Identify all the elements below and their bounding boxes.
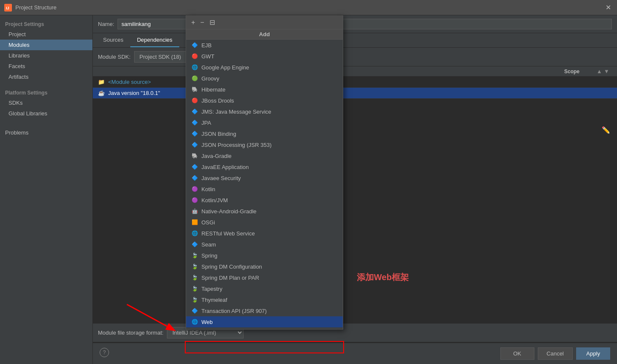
scroll-up-button[interactable]: ▲ [597,68,602,75]
dropdown-item-gwt[interactable]: 🔴GWT [186,51,343,62]
gae-icon: 🌐 [191,64,198,71]
dropdown-item-android[interactable]: 🤖Native-Android-Gradle [186,206,343,217]
json-icon: 🔷 [191,130,198,137]
groovy-icon: 🟢 [191,75,198,82]
hibernate-icon: 🐘 [191,86,198,93]
dropdown-item-groovy[interactable]: 🟢Groovy [186,73,343,84]
chinese-annotation: 添加Web框架 [357,272,409,283]
web-icon: 🌐 [191,318,198,325]
scope-header: Scope [564,69,580,75]
sidebar-bottom: Problems [0,127,92,138]
dropdown-item-kotlin2[interactable]: 🟣Kotlin/JVM [186,195,343,206]
jboss-icon: 🔴 [191,97,198,104]
sidebar-item-sdks[interactable]: SDKs [0,97,92,108]
dropdown-item-javaee[interactable]: 🔷JavaEE Application [186,161,343,172]
spring3-icon: 🍃 [191,274,198,281]
sidebar-item-problems[interactable]: Problems [0,127,92,138]
dropdown-item-label-10: Java-Gradle [201,153,232,159]
sidebar-item-libraries[interactable]: Libraries [0,50,92,61]
dropdown-item-spring2[interactable]: 🍃Spring DM Configuration [186,261,343,272]
dropdown-item-tapestry[interactable]: 🍃Tapestry [186,283,343,294]
dropdown-item-label-4: Hibernate [201,86,225,93]
window-title: Project Structure [15,4,604,11]
dropdown-item-security[interactable]: 🔷Javaee Security [186,172,343,183]
dropdown-item-osgi[interactable]: 🟧OSGi [186,217,343,228]
sdk-label: Module SDK: [98,54,131,60]
close-button[interactable]: ✕ [604,3,613,11]
javaee-icon: 🔷 [191,163,198,170]
dropdown-item-label-16: OSGi [201,219,215,226]
dropdown-item-spring[interactable]: 🍃Spring [186,250,343,261]
dropdown-item-label-15: Native-Android-Gradle [201,208,256,215]
transaction-icon: 🔷 [191,307,198,314]
gwt-icon: 🔴 [191,53,198,60]
dropdown-item-label-5: JBoss Drools [201,97,234,104]
thymeleaf-icon: 🍃 [191,296,198,303]
dropdown-item-ejb[interactable]: 🔷EJB [186,40,343,51]
dropdown-item-jboss[interactable]: 🔴JBoss Drools [186,95,343,106]
dropdown-item-label-8: JSON Binding [201,131,236,137]
dropdown-item-label-3: Groovy [201,75,219,82]
dropdown-item-label-19: Spring [201,252,218,259]
help-button[interactable]: ? [100,348,109,357]
kotlin-icon: 🟣 [191,186,198,192]
dropdown-item-json2[interactable]: 🔷JSON Processing (JSR 353) [186,139,343,150]
dropdown-item-web[interactable]: 🌐Web [186,316,343,327]
storage-label: Module file storage format: [98,330,164,336]
platform-settings-header: Platform Settings [0,87,92,97]
dropdown-title: Add [186,29,343,40]
cancel-button[interactable]: Cancel [538,347,573,360]
tab-sources[interactable]: Sources [96,33,130,47]
help-area: ? [100,348,109,357]
title-bar: IJ Project Structure ✕ [0,0,617,15]
dropdown-item-kotlin[interactable]: 🟣Kotlin [186,183,343,195]
bottom-area: Module file storage format: IntelliJ IDE… [93,323,617,342]
sidebar-item-modules[interactable]: Modules [0,40,92,50]
sidebar-item-project[interactable]: Project [0,29,92,40]
dropdown-item-label-18: Seam [201,241,216,248]
jms-icon: 🔷 [191,108,198,115]
spring2-icon: 🍃 [191,263,198,270]
dropdown-item-seam[interactable]: 🔷Seam [186,239,343,250]
dropdown-item-label-13: Kotlin [201,186,215,192]
dropdown-item-label-2: Google App Engine [201,64,249,71]
dropdown-item-thymeleaf[interactable]: 🍃Thymeleaf [186,294,343,305]
sidebar-item-artifacts[interactable]: Artifacts [0,72,92,82]
dropdown-item-label-24: Transaction API (JSR 907) [201,308,267,314]
scroll-down-button[interactable]: ▼ [604,68,609,75]
dropdown-item-jpa[interactable]: 🔷JPA [186,117,343,128]
edit-pencil-icon[interactable]: ✏️ [602,126,610,134]
dropdown-item-label-14: Kotlin/JVM [201,197,228,203]
dropdown-item-label-0: EJB [201,42,212,49]
ejb-icon: 🔷 [191,42,198,49]
dropdown-add-button[interactable]: + [189,18,197,27]
sidebar-item-facets[interactable]: Facets [0,61,92,72]
dropdown-item-ws[interactable]: 🔷WebServices Client [186,327,343,329]
tapestry-icon: 🍃 [191,285,198,292]
dropdown-remove-button[interactable]: − [198,18,206,27]
apply-button[interactable]: Apply [576,347,610,360]
dropdown-item-jms[interactable]: 🔷JMS: Java Message Service [186,106,343,117]
sidebar-item-global-libraries[interactable]: Global Libraries [0,108,92,119]
jpa-icon: 🔷 [191,119,198,126]
security-icon: 🔷 [191,175,198,181]
ok-button[interactable]: OK [500,347,534,360]
android-icon: 🤖 [191,208,198,215]
dropdown-item-transaction[interactable]: 🔷Transaction API (JSR 907) [186,305,343,316]
osgi-icon: 🟧 [191,219,198,226]
dropdown-item-label-23: Thymeleaf [201,297,227,303]
tab-dependencies[interactable]: Dependencies [130,33,179,47]
project-settings-header: Project Settings [0,19,92,29]
dropdown-toolbar: + − ⊟ [186,16,343,29]
dep-source-link[interactable]: <Module source> [108,79,151,85]
dropdown-item-hibernate[interactable]: 🐘Hibernate [186,84,343,95]
dropdown-item-rest[interactable]: 🌐RESTful Web Service [186,228,343,239]
dropdown-item-gradle[interactable]: 🐘Java-Gradle [186,150,343,161]
dep-list: 📁 <Module source> ☕ Java version "18.0.1… [93,77,617,364]
dropdown-item-spring3[interactable]: 🍃Spring DM Plan or PAR [186,272,343,283]
dropdown-copy-button[interactable]: ⊟ [208,17,217,27]
dropdown-item-gae[interactable]: 🌐Google App Engine [186,62,343,73]
sdk-row: Module SDK: Project SDK (18) New... Edit [93,48,617,66]
dropdown-item-json[interactable]: 🔷JSON Binding [186,128,343,139]
dropdown-list: 🔷EJB🔴GWT🌐Google App Engine🟢Groovy🐘Hibern… [186,40,343,329]
